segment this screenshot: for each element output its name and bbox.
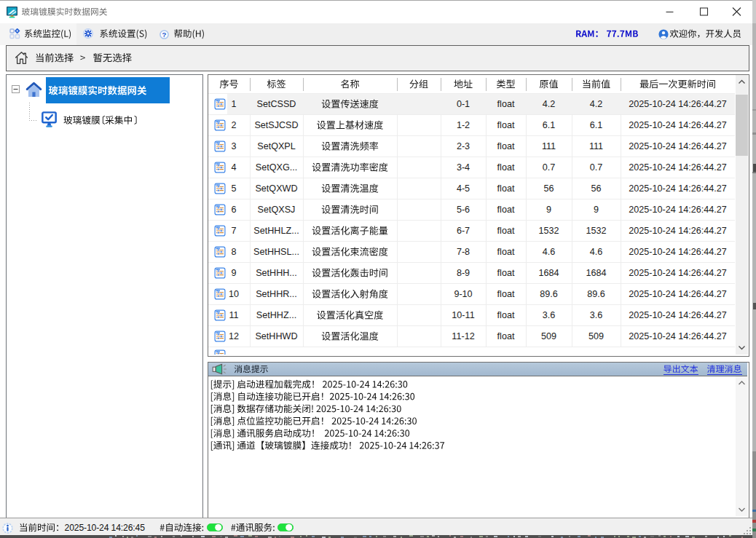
- svg-text:?: ?: [162, 30, 166, 38]
